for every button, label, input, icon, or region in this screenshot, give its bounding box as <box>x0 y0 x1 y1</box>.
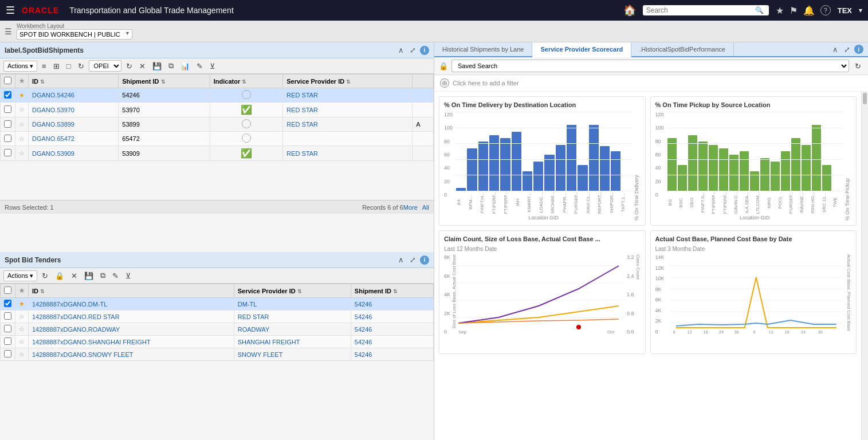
add-row-btn[interactable]: □ <box>64 61 73 72</box>
sp-link-5[interactable]: RED STAR <box>286 150 318 157</box>
collapse-right-panel-btn[interactable]: ∧ <box>831 45 840 54</box>
refresh-btn[interactable]: ↻ <box>76 61 87 72</box>
row-check-5[interactable] <box>4 149 11 156</box>
lock-bottom-btn[interactable]: 🔒 <box>53 270 66 281</box>
tender-sp-link-1[interactable]: DM-TL <box>238 301 257 308</box>
refresh2-btn[interactable]: ↻ <box>124 61 135 72</box>
row-check-b4[interactable] <box>4 337 11 345</box>
group-btn[interactable]: ⊞ <box>51 61 62 72</box>
th-service-provider-top[interactable]: Service Provider ID ⇅ <box>283 74 413 88</box>
chart-btn[interactable]: 📊 <box>178 61 192 72</box>
id-link-2[interactable]: DGANO.53970 <box>32 107 74 113</box>
id-link-5[interactable]: DGANO.53909 <box>32 150 74 157</box>
table-row[interactable]: ☆ 14288887xDGANO.ROADWAY ROADWAY 54246 <box>1 323 434 336</box>
select-all-checkbox-bottom[interactable] <box>4 286 11 294</box>
tender-id-link-4[interactable]: 14288887xDGANO.SHANGHAI FREIGHT <box>32 339 151 345</box>
row-checkbox[interactable] <box>1 311 15 323</box>
collapse-top-section-btn[interactable]: ∧ <box>396 45 406 55</box>
tender-shipment-link-1[interactable]: 54246 <box>355 301 372 308</box>
id-link-1[interactable]: DGANO.54246 <box>32 92 74 99</box>
menu-icon[interactable]: ☰ <box>6 4 15 17</box>
help-icon[interactable]: ? <box>820 5 831 15</box>
row-star[interactable]: ★ <box>15 88 29 103</box>
row-star[interactable]: ☆ <box>15 336 29 348</box>
row-star[interactable]: ☆ <box>15 132 29 146</box>
user-label[interactable]: TEX <box>838 6 852 15</box>
right-panel-info-icon[interactable]: i <box>854 45 863 54</box>
table-row[interactable]: ☆ 14288887xDGANO.RED STAR RED STAR 54246 <box>1 311 434 323</box>
status-select[interactable]: OPEI <box>89 60 121 72</box>
top-section-info-icon[interactable]: i <box>420 46 429 55</box>
th-service-provider-bottom[interactable]: Service Provider ID ⇅ <box>234 284 351 298</box>
id-link-3[interactable]: DGANO.53899 <box>32 121 74 128</box>
table-row[interactable]: ☆ DGANO.53899 53899 RED STAR A <box>1 117 434 132</box>
table-row[interactable]: ☆ DGANO.65472 65472 <box>1 132 434 146</box>
workbench-menu-icon[interactable]: ☰ <box>5 27 12 36</box>
tab-service-provider-scorecard[interactable]: Service Provider Scorecard <box>532 42 631 57</box>
table-row[interactable]: ☆ DGANO.53909 53909 ✅ RED STAR <box>1 146 434 161</box>
tender-sp-link-5[interactable]: SNOWY FLEET <box>238 351 283 358</box>
row-check-b2[interactable] <box>4 312 11 320</box>
actions-button-top[interactable]: Actions ▾ <box>3 61 37 72</box>
table-row[interactable]: ★ DGANO.54246 54246 RED STAR <box>1 88 434 103</box>
search-box[interactable]: 🔍 <box>643 5 769 15</box>
th-select-all[interactable] <box>1 74 15 88</box>
row-checkbox[interactable] <box>1 336 15 348</box>
tender-id-link-1[interactable]: 14288887xDGANO.DM-TL <box>32 301 107 308</box>
tab-historical-shipments[interactable]: Historical Shipments by Lane <box>434 42 532 56</box>
filter-toggle-bottom-btn[interactable]: ⊻ <box>123 270 133 281</box>
row-star[interactable]: ☆ <box>15 146 29 161</box>
row-star[interactable]: ☆ <box>15 323 29 336</box>
row-checkbox[interactable] <box>1 88 15 103</box>
row-star[interactable]: ★ <box>15 298 29 311</box>
tab-historical-spot-bid[interactable]: .HistoricalSpotBidPerformance <box>631 42 734 56</box>
copy-btn[interactable]: ⧉ <box>166 60 176 72</box>
tender-id-link-2[interactable]: 14288887xDGANO.RED STAR <box>32 313 120 320</box>
save-bottom-btn[interactable]: 💾 <box>82 270 96 281</box>
all-link-top[interactable]: All <box>422 204 429 211</box>
tender-id-link-3[interactable]: 14288887xDGANO.ROADWAY <box>32 326 120 333</box>
actions-button-bottom[interactable]: Actions ▾ <box>3 270 37 281</box>
add-filter-icon[interactable]: ⊕ <box>440 78 449 88</box>
row-checkbox[interactable] <box>1 103 15 117</box>
select-all-checkbox-top[interactable] <box>4 77 11 84</box>
copy-bottom-btn[interactable]: ⧉ <box>98 270 108 281</box>
sp-link-1[interactable]: RED STAR <box>286 92 318 99</box>
th-shipment-id-top[interactable]: Shipment ID ⇅ <box>119 74 210 88</box>
user-chevron-icon[interactable]: ▾ <box>859 6 862 14</box>
flag-icon[interactable]: ⚑ <box>790 5 798 16</box>
id-link-4[interactable]: DGANO.65472 <box>32 135 74 142</box>
table-row[interactable]: ☆ DGANO.53970 53970 ✅ RED STAR <box>1 103 434 117</box>
bottom-section-info-icon[interactable]: i <box>420 256 429 265</box>
row-checkbox[interactable] <box>1 298 15 311</box>
row-star[interactable]: ☆ <box>15 311 29 323</box>
filter-toggle-btn[interactable]: ⊻ <box>207 61 218 72</box>
th-id-top[interactable]: ID ⇅ <box>29 74 119 88</box>
saved-search-select[interactable]: Saved Search <box>451 60 849 72</box>
sp-link-3[interactable]: RED STAR <box>286 121 318 128</box>
th-id-bottom[interactable]: ID ⇅ <box>29 284 234 298</box>
tender-shipment-link-2[interactable]: 54246 <box>355 313 372 320</box>
sp-link-2[interactable]: RED STAR <box>286 107 318 113</box>
filter-rows-btn[interactable]: ≡ <box>40 61 49 72</box>
table-row[interactable]: ☆ 14288887xDGANO.SNOWY FLEET SNOWY FLEET… <box>1 348 434 361</box>
row-check-2[interactable] <box>4 105 11 113</box>
save-btn[interactable]: 💾 <box>150 61 164 72</box>
tender-id-link-5[interactable]: 14288887xDGANO.SNOWY FLEET <box>32 351 133 358</box>
row-check-b3[interactable] <box>4 325 11 332</box>
edit-bottom-btn[interactable]: ✎ <box>110 270 121 281</box>
expand-right-panel-btn[interactable]: ⤢ <box>842 45 852 54</box>
expand-top-section-btn[interactable]: ⤢ <box>408 45 418 55</box>
row-check-4[interactable] <box>4 135 11 142</box>
star-icon[interactable]: ★ <box>776 5 784 16</box>
row-check-b5[interactable] <box>4 350 11 358</box>
refresh-bottom-btn[interactable]: ↻ <box>40 270 50 281</box>
tender-sp-link-4[interactable]: SHANGHAI FREIGHT <box>238 339 300 345</box>
filter-placeholder-text[interactable]: Click here to add a filter <box>453 80 519 87</box>
row-check-3[interactable] <box>4 120 11 128</box>
row-checkbox[interactable] <box>1 323 15 336</box>
tender-shipment-link-5[interactable]: 54246 <box>355 351 372 358</box>
home-icon[interactable]: 🏠 <box>623 4 636 17</box>
row-checkbox[interactable] <box>1 132 15 146</box>
row-checkbox[interactable] <box>1 348 15 361</box>
